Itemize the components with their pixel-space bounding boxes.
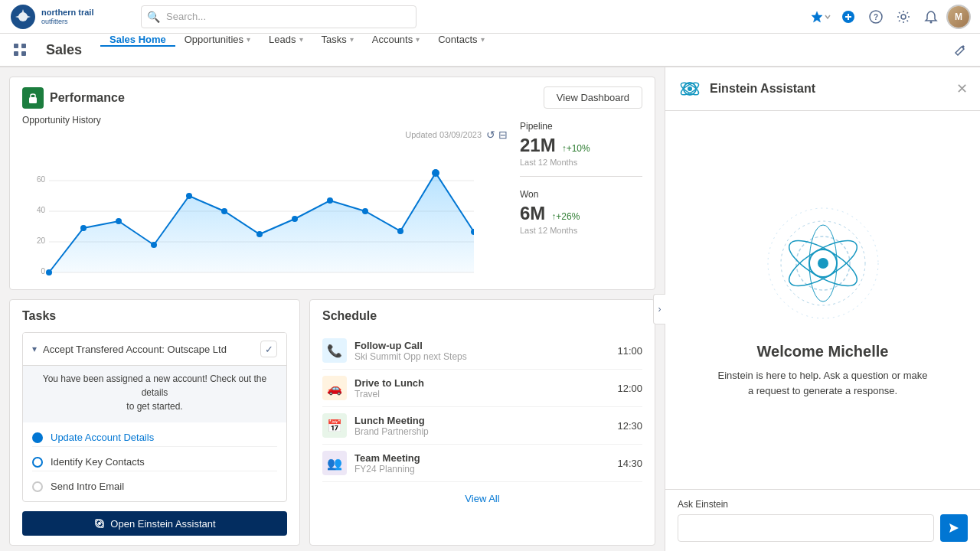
task-item-header[interactable]: ▾ Accept Transfered Account: Outscape Lt… — [23, 333, 286, 365]
einstein-orbit-svg — [762, 202, 884, 324]
svg-point-31 — [362, 208, 368, 214]
svg-point-30 — [327, 197, 333, 204]
performance-icon — [22, 87, 44, 109]
nav-actions: ? M — [808, 5, 971, 29]
notifications-button[interactable] — [919, 5, 943, 29]
svg-point-1 — [18, 12, 28, 21]
tasks-card: Tasks ▾ Accept Transfered Account: Outsc… — [9, 299, 300, 546]
nav-items-list: Sales Home Opportunities ▾ Leads ▾ Tasks… — [100, 34, 493, 45]
setup-button[interactable] — [891, 5, 916, 29]
view-dashboard-button[interactable]: View Dashboard — [544, 86, 642, 109]
nav-item-leads[interactable]: Leads ▾ — [260, 34, 312, 47]
opportunity-chart: 0 20 40 60 — [22, 144, 474, 278]
refresh-icon[interactable]: ↺ — [486, 129, 495, 141]
step-label-1: Update Account Details — [51, 432, 154, 443]
einstein-logo-icon — [678, 77, 702, 101]
svg-text:0: 0 — [41, 267, 45, 276]
performance-title: Performance — [50, 91, 125, 105]
svg-text:?: ? — [874, 13, 878, 21]
chevron-down-icon: ▾ — [299, 35, 303, 44]
svg-point-58 — [818, 258, 828, 269]
svg-point-26 — [186, 193, 192, 199]
svg-text:20: 20 — [37, 236, 46, 245]
chart-stats: Pipeline 21M ↑+10% Last 12 Months Won 6M… — [520, 115, 642, 280]
step-label-3: Send Intro Email — [51, 481, 124, 492]
einstein-close-button[interactable]: ✕ — [956, 80, 968, 97]
pencil-icon — [954, 44, 966, 56]
add-button[interactable] — [836, 5, 861, 29]
logo-area: northern trail outfitters — [9, 3, 116, 31]
search-input[interactable] — [141, 5, 416, 28]
task-name: Accept Transfered Account: Outscape Ltd — [43, 344, 254, 355]
task-chevron-icon[interactable]: ▾ — [32, 344, 37, 354]
chart-updated: Updated 03/09/2023 ↺ ⊟ — [22, 129, 508, 141]
einstein-logo — [678, 77, 702, 101]
schedule-info-2: Drive to Lunch Travel — [354, 377, 609, 399]
schedule-car-icon: 🚗 — [322, 376, 347, 400]
schedule-item-4: 👥 Team Meeting FY24 Planning 14:30 — [322, 445, 642, 482]
nav-item-contacts[interactable]: Contacts ▾ — [429, 34, 493, 47]
collapse-panel-button[interactable]: › — [653, 294, 665, 324]
nav-item-sales-home[interactable]: Sales Home — [100, 34, 175, 47]
task-complete-button[interactable]: ✓ — [260, 341, 277, 357]
open-einstein-button[interactable]: Open Einstein Assistant — [22, 511, 287, 536]
task-step-2: Identify Key Contacts — [32, 453, 277, 471]
pipeline-value-row: 21M ↑+10% — [520, 135, 642, 156]
nav-item-accounts[interactable]: Accounts ▾ — [363, 34, 429, 47]
svg-point-6 — [901, 15, 906, 19]
svg-text:Jul: Jul — [149, 277, 158, 278]
step-bullet-3 — [32, 481, 43, 492]
einstein-desc: Einstein is here to help. Ask a question… — [716, 368, 930, 398]
svg-text:Jan '23: Jan '23 — [354, 277, 377, 278]
bell-icon — [924, 10, 938, 24]
chart-area: Opportunity History Updated 03/09/2023 ↺… — [22, 115, 642, 280]
app-grid-button[interactable] — [6, 34, 34, 66]
einstein-input[interactable] — [678, 514, 934, 542]
chart-svg-wrap: 0 20 40 60 — [22, 144, 508, 280]
tasks-title: Tasks — [22, 309, 287, 323]
schedule-item-2: 🚗 Drive to Lunch Travel 12:00 — [322, 370, 642, 407]
task-item: ▾ Accept Transfered Account: Outscape Lt… — [22, 332, 287, 502]
schedule-info-3: Lunch Meeting Brand Partnership — [354, 415, 609, 437]
svg-text:Aug: Aug — [183, 277, 195, 278]
search-bar[interactable]: 🔍 — [141, 5, 416, 28]
star-icon — [810, 10, 824, 24]
app-navigation: Sales Sales Home Opportunities ▾ Leads ▾… — [0, 34, 980, 67]
app-name-label: Sales — [40, 34, 88, 66]
chevron-down-icon: ▾ — [247, 35, 250, 44]
top-navigation: northern trail outfitters 🔍 ? M — [0, 0, 980, 34]
svg-text:Dec: Dec — [324, 277, 337, 278]
favorites-button[interactable] — [808, 5, 833, 29]
einstein-icon — [93, 517, 106, 530]
view-all-button[interactable]: View All — [322, 485, 642, 512]
svg-point-27 — [221, 208, 227, 214]
schedule-meeting-icon: 📅 — [322, 413, 347, 438]
chevron-down-icon: ▾ — [350, 35, 354, 44]
svg-text:May: May — [77, 277, 90, 278]
svg-text:Jun: Jun — [113, 277, 125, 278]
chevron-down-icon: ▾ — [481, 35, 485, 44]
svg-point-24 — [116, 218, 122, 224]
schedule-title: Schedule — [322, 309, 642, 323]
einstein-send-button[interactable] — [940, 514, 968, 542]
svg-rect-9 — [21, 44, 26, 48]
svg-point-22 — [46, 269, 52, 276]
nav-item-tasks[interactable]: Tasks ▾ — [312, 34, 363, 47]
avatar[interactable]: M — [946, 5, 971, 29]
svg-point-23 — [80, 225, 87, 231]
filter-icon[interactable]: ⊟ — [498, 129, 508, 141]
main-nav: Sales Home Opportunities ▾ Leads ▾ Tasks… — [100, 34, 493, 66]
schedule-item-3: 📅 Lunch Meeting Brand Partnership 12:30 — [322, 407, 642, 445]
nav-item-opportunities[interactable]: Opportunities ▾ — [175, 34, 260, 47]
chevron-down-icon: ▾ — [416, 35, 420, 44]
svg-text:40: 40 — [37, 206, 46, 214]
einstein-panel: › Einstein Assistant ✕ — [665, 67, 980, 551]
chart-icons: ↺ ⊟ — [486, 129, 508, 141]
svg-text:Feb: Feb — [394, 277, 407, 278]
schedule-item-1: 📞 Follow-up Call Ski Summit Opp next Ste… — [322, 332, 642, 370]
svg-point-25 — [151, 242, 157, 248]
edit-nav-button[interactable] — [946, 34, 974, 66]
task-body: You have been assigned a new account! Ch… — [23, 365, 286, 422]
help-button[interactable]: ? — [864, 5, 888, 29]
svg-marker-2 — [812, 11, 822, 22]
